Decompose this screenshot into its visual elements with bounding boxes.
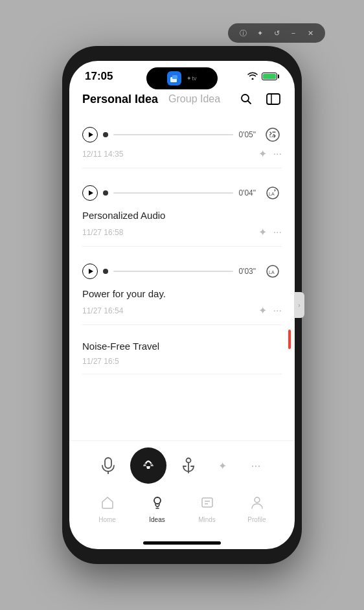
card-date-4: 11/27 16:5 <box>82 357 119 366</box>
svg-rect-12 <box>105 458 111 468</box>
more-toolbar-button[interactable]: ··· <box>244 459 267 473</box>
nav-ideas-label: Ideas <box>149 516 165 523</box>
close-button[interactable]: ✕ <box>304 27 316 39</box>
info-button[interactable]: ⓘ <box>237 27 249 39</box>
battery-indicator <box>262 73 279 80</box>
scroll-indicator <box>288 330 291 349</box>
audio-duration-1: 0'05" <box>238 130 256 139</box>
svg-point-14 <box>146 462 147 464</box>
star-button[interactable]: ✦ <box>254 27 266 39</box>
profile-icon <box>250 495 264 514</box>
svg-line-3 <box>248 101 251 104</box>
refresh-button[interactable]: ↺ <box>271 27 282 39</box>
idea-card-2: 0'04" LA Personalized Audio 11/27 16:58 … <box>69 174 295 247</box>
svg-point-15 <box>187 458 191 463</box>
nav-profile[interactable]: Profile <box>241 495 273 523</box>
card-date-2: 11/27 16:58 <box>82 228 123 237</box>
card-actions-3: ✦ ··· <box>258 304 282 317</box>
phone-frame: ✦tv 17:05 <box>62 46 302 564</box>
translate-button-3[interactable]: LA <box>264 262 282 280</box>
play-button-3[interactable] <box>82 264 98 279</box>
idea-card-3: 0'03" LA Power for your day. 11/27 16:54… <box>69 252 295 325</box>
card-meta-1: 12/11 14:35 ✦ ··· <box>82 148 282 168</box>
card-actions-2: ✦ ··· <box>258 226 282 238</box>
more-icon-3[interactable]: ··· <box>273 305 282 317</box>
card-meta-2: 11/27 16:58 ✦ ··· <box>82 226 282 247</box>
search-icon[interactable] <box>238 91 255 107</box>
minimize-button[interactable]: − <box>288 27 299 39</box>
translate-button-1[interactable]: LA <box>264 126 282 144</box>
audio-dot-3 <box>103 269 108 274</box>
nav-profile-label: Profile <box>247 516 266 523</box>
side-handle[interactable]: › <box>294 292 304 318</box>
nav-minds-label: Minds <box>198 516 216 523</box>
svg-rect-4 <box>267 94 280 104</box>
record-button[interactable] <box>130 447 166 484</box>
play-button-1[interactable] <box>82 127 98 142</box>
svg-point-24 <box>255 497 260 503</box>
audio-row-2: 0'04" LA <box>82 180 282 206</box>
card-title-3: Power for your day. <box>82 287 282 300</box>
bottom-toolbar: ✦ ··· <box>69 440 295 489</box>
card-title-2: Personalized Audio <box>82 209 282 222</box>
more-icon-1[interactable]: ··· <box>273 148 282 160</box>
audio-dot-2 <box>103 190 108 196</box>
expand-icon[interactable] <box>265 91 282 107</box>
minds-icon <box>200 495 214 514</box>
svg-text:LA: LA <box>269 133 275 138</box>
header-icons <box>238 91 282 107</box>
di-tv-label: ✦tv <box>187 75 196 82</box>
svg-rect-1 <box>172 75 177 79</box>
tab-header: Personal Idea Group Idea <box>69 88 295 115</box>
wifi-icon <box>247 72 258 82</box>
home-indicator <box>69 536 295 549</box>
card-meta-3: 11/27 16:54 ✦ ··· <box>82 304 282 325</box>
home-bar <box>143 541 221 545</box>
tab-group[interactable]: Group Idea <box>168 93 220 105</box>
home-icon <box>100 495 115 514</box>
status-right <box>247 72 279 82</box>
card-meta-4: 11/27 16:5 <box>82 357 282 374</box>
translate-button-2[interactable]: LA <box>264 184 282 202</box>
svg-point-19 <box>154 497 161 504</box>
phone-screen: ✦tv 17:05 <box>69 61 295 549</box>
nav-home-label: Home <box>98 516 116 523</box>
svg-text:LA: LA <box>269 192 275 196</box>
audio-dot-1 <box>103 132 108 137</box>
audio-progress-1 <box>113 134 233 135</box>
sparkle-icon-3[interactable]: ✦ <box>258 304 267 317</box>
card-date-1: 12/11 14:35 <box>82 150 123 159</box>
window-chrome: ⓘ ✦ ↺ − ✕ <box>228 23 325 43</box>
card-date-3: 11/27 16:54 <box>82 306 123 315</box>
ideas-icon <box>150 495 165 514</box>
card-title-4: Noise-Free Travel <box>82 339 282 353</box>
audio-progress-3 <box>113 271 233 272</box>
mic-icon[interactable] <box>97 454 120 477</box>
sparkle-icon-1[interactable]: ✦ <box>258 148 267 160</box>
status-time: 17:05 <box>85 70 113 83</box>
svg-rect-21 <box>202 498 212 507</box>
svg-text:LA: LA <box>269 270 275 275</box>
dynamic-island: ✦tv <box>146 67 218 89</box>
audio-row-1: 0'05" LA <box>82 122 282 148</box>
audio-progress-2 <box>113 192 233 194</box>
idea-card-1: 0'05" LA 12/11 14:35 ✦ ··· <box>69 115 295 168</box>
audio-duration-2: 0'04" <box>238 188 256 198</box>
sparkle-toolbar-icon[interactable]: ✦ <box>210 460 234 472</box>
idea-card-4: Noise-Free Travel 11/27 16:5 <box>69 330 295 374</box>
audio-row-3: 0'03" LA <box>82 258 282 284</box>
bottom-nav: Home Ideas <box>69 489 295 536</box>
app-icon <box>167 71 181 85</box>
nav-minds[interactable]: Minds <box>191 495 223 523</box>
play-button-2[interactable] <box>82 185 98 201</box>
card-actions-1: ✦ ··· <box>258 148 282 160</box>
content-list: 0'05" LA 12/11 14:35 ✦ ··· <box>69 115 295 440</box>
audio-duration-3: 0'03" <box>238 267 256 276</box>
nav-home[interactable]: Home <box>91 495 124 523</box>
sparkle-icon-2[interactable]: ✦ <box>258 226 267 238</box>
more-icon-2[interactable]: ··· <box>273 227 282 238</box>
anchor-icon[interactable] <box>177 454 200 477</box>
tab-personal[interactable]: Personal Idea <box>82 93 158 106</box>
nav-ideas[interactable]: Ideas <box>141 495 174 523</box>
